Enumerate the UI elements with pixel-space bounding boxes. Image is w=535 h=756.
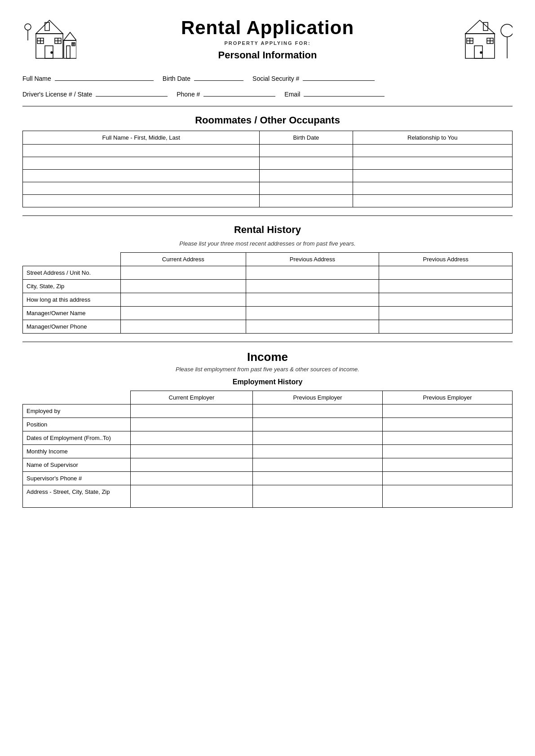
- header-text: Rental Application PROPERTY APPLYING FOR…: [81, 17, 454, 61]
- house-icon-right: [454, 13, 513, 65]
- table-row: [23, 145, 513, 157]
- emp-row-address: Address - Street, City, State, Zip: [23, 485, 131, 508]
- personal-info-title: Personal Information: [81, 49, 454, 61]
- table-row: [23, 182, 513, 195]
- roommates-table: Full Name - First, Middle, Last Birth Da…: [22, 131, 513, 207]
- employment-history-table: Current Employer Previous Employer Previ…: [22, 391, 513, 508]
- rental-history-title: Rental History: [22, 224, 513, 236]
- phone-input[interactable]: [203, 88, 275, 97]
- birth-date-input[interactable]: [194, 73, 243, 81]
- personal-info-row-1: Full Name Birth Date Social Security #: [22, 73, 513, 82]
- table-row: Monthly Income: [23, 445, 513, 458]
- birth-date-field: Birth Date: [163, 73, 243, 82]
- rh-empty-header: [23, 253, 121, 266]
- birth-date-label: Birth Date: [163, 75, 190, 82]
- svg-point-6: [51, 52, 53, 53]
- divider-1: [22, 106, 513, 106]
- divider-2: [22, 215, 513, 216]
- ssn-field: Social Security #: [252, 73, 375, 82]
- emp-col-prev2: Previous Employer: [383, 391, 513, 404]
- house-icon-left: [22, 13, 81, 65]
- table-row: Name of Supervisor: [23, 458, 513, 472]
- ssn-label: Social Security #: [252, 75, 299, 82]
- svg-rect-15: [66, 46, 70, 58]
- emp-row-income: Monthly Income: [23, 445, 131, 458]
- roommates-title: Roommates / Other Occupants: [22, 114, 513, 126]
- rh-col-prev2: Previous Address: [379, 253, 513, 266]
- svg-point-23: [480, 52, 482, 53]
- drivers-license-field: Driver's License # / State: [22, 88, 168, 98]
- email-input[interactable]: [304, 88, 385, 97]
- full-name-field: Full Name: [22, 73, 154, 82]
- email-field: Email: [284, 88, 385, 98]
- svg-point-0: [25, 24, 31, 30]
- phone-field: Phone #: [177, 88, 275, 98]
- personal-info-row-2: Driver's License # / State Phone # Email: [22, 88, 513, 98]
- phone-label: Phone #: [177, 91, 200, 98]
- drivers-license-label: Driver's License # / State: [22, 91, 92, 98]
- rh-row-street: Street Address / Unit No.: [23, 266, 121, 280]
- income-title: Income: [22, 350, 513, 364]
- table-row: City, State, Zip: [23, 280, 513, 293]
- email-label: Email: [284, 91, 300, 98]
- rh-row-manager-name: Manager/Owner Name: [23, 307, 121, 320]
- roommates-col-name: Full Name - First, Middle, Last: [23, 131, 260, 145]
- svg-marker-14: [64, 32, 76, 40]
- rental-history-table: Current Address Previous Address Previou…: [22, 252, 513, 334]
- table-row: [23, 195, 513, 207]
- employment-history-title: Employment History: [22, 378, 513, 386]
- rh-row-howlong: How long at this address: [23, 293, 121, 307]
- rh-col-prev1: Previous Address: [246, 253, 379, 266]
- emp-row-dates: Dates of Employment (From..To): [23, 431, 131, 445]
- table-row: Supervisor's Phone #: [23, 472, 513, 485]
- divider-3: [22, 342, 513, 342]
- emp-empty-header: [23, 391, 131, 404]
- table-row: How long at this address: [23, 293, 513, 307]
- roommates-col-birthdate: Birth Date: [260, 131, 353, 145]
- emp-row-employed-by: Employed by: [23, 404, 131, 418]
- svg-point-30: [501, 24, 513, 37]
- table-row: Dates of Employment (From..To): [23, 431, 513, 445]
- main-title: Rental Application: [81, 17, 454, 39]
- full-name-input[interactable]: [55, 73, 154, 81]
- table-row: Position: [23, 418, 513, 431]
- personal-info-section: Full Name Birth Date Social Security # D…: [22, 73, 513, 98]
- header: Rental Application PROPERTY APPLYING FOR…: [22, 13, 513, 65]
- roommates-col-relationship: Relationship to You: [353, 131, 512, 145]
- table-row: Address - Street, City, State, Zip: [23, 485, 513, 508]
- table-row: Manager/Owner Name: [23, 307, 513, 320]
- emp-row-supervisor-phone: Supervisor's Phone #: [23, 472, 131, 485]
- property-label: PROPERTY APPLYING FOR:: [81, 40, 454, 46]
- svg-marker-20: [465, 20, 495, 34]
- table-row: [23, 170, 513, 182]
- table-row: [23, 157, 513, 170]
- table-row: Employed by: [23, 404, 513, 418]
- table-row: Street Address / Unit No.: [23, 266, 513, 280]
- rh-row-city: City, State, Zip: [23, 280, 121, 293]
- rental-history-subtitle: Please list your three most recent addre…: [22, 240, 513, 247]
- full-name-label: Full Name: [22, 75, 51, 82]
- table-row: Manager/Owner Phone: [23, 320, 513, 334]
- income-subtitle: Please list employment from past five ye…: [22, 366, 513, 373]
- rh-col-current: Current Address: [121, 253, 246, 266]
- emp-row-supervisor-name: Name of Supervisor: [23, 458, 131, 472]
- emp-row-position: Position: [23, 418, 131, 431]
- ssn-input[interactable]: [303, 73, 375, 81]
- rh-row-manager-phone: Manager/Owner Phone: [23, 320, 121, 334]
- drivers-license-input[interactable]: [96, 88, 168, 97]
- emp-col-current: Current Employer: [130, 391, 252, 404]
- emp-col-prev1: Previous Employer: [253, 391, 383, 404]
